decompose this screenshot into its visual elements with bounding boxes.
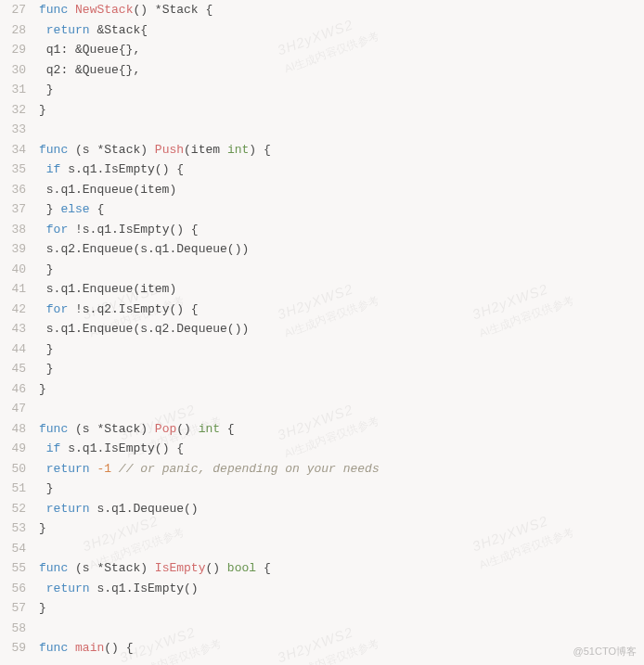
line-number: 56 xyxy=(0,579,26,599)
line-number: 30 xyxy=(0,60,26,81)
line-number: 53 xyxy=(0,518,26,539)
line-number: 37 xyxy=(0,199,26,220)
code-line xyxy=(39,120,644,140)
line-number: 31 xyxy=(0,80,26,100)
code-line: if s.q1.IsEmpty() { xyxy=(39,439,644,459)
line-number: 29 xyxy=(0,40,26,60)
line-number: 34 xyxy=(0,140,26,160)
line-number: 48 xyxy=(0,419,26,440)
code-content: func NewStack() *Stack { return &Stack{ … xyxy=(35,0,644,665)
code-line: func NewStack() *Stack { xyxy=(39,0,644,20)
code-line: return s.q1.Dequeue() xyxy=(39,499,644,519)
code-line: } xyxy=(39,339,644,360)
line-number: 46 xyxy=(0,379,26,400)
code-line: q1: &Queue{}, xyxy=(39,40,644,60)
code-block: 2728293031323334353637383940414243444546… xyxy=(0,0,644,665)
line-number: 32 xyxy=(0,100,26,121)
code-line: } xyxy=(39,479,644,499)
line-number: 54 xyxy=(0,539,26,559)
line-number-gutter: 2728293031323334353637383940414243444546… xyxy=(0,0,35,665)
line-number: 40 xyxy=(0,260,26,280)
line-number: 38 xyxy=(0,220,26,240)
line-number: 43 xyxy=(0,319,26,339)
line-number: 35 xyxy=(0,160,26,180)
code-line: func (s *Stack) Push(item int) { xyxy=(39,140,644,160)
line-number: 47 xyxy=(0,399,26,419)
code-line: } xyxy=(39,518,644,539)
line-number: 52 xyxy=(0,499,26,519)
credit-label: @51CTO博客 xyxy=(573,642,637,662)
line-number: 51 xyxy=(0,479,26,499)
code-line: } xyxy=(39,260,644,280)
code-line: s.q2.Enqueue(s.q1.Dequeue()) xyxy=(39,239,644,260)
code-line: for !s.q1.IsEmpty() { xyxy=(39,220,644,240)
code-line: for !s.q2.IsEmpty() { xyxy=(39,300,644,320)
line-number: 58 xyxy=(0,619,26,639)
code-line: if s.q1.IsEmpty() { xyxy=(39,160,644,180)
code-line: return s.q1.IsEmpty() xyxy=(39,579,644,599)
code-line: } xyxy=(39,359,644,379)
line-number: 45 xyxy=(0,359,26,379)
line-number: 44 xyxy=(0,339,26,360)
code-line: func (s *Stack) Pop() int { xyxy=(39,419,644,440)
line-number: 28 xyxy=(0,20,26,41)
code-line xyxy=(39,539,644,559)
code-line: } xyxy=(39,80,644,100)
line-number: 27 xyxy=(0,0,26,20)
line-number: 49 xyxy=(0,439,26,459)
line-number: 50 xyxy=(0,459,26,480)
code-line xyxy=(39,399,644,419)
code-line: q2: &Queue{}, xyxy=(39,60,644,81)
code-line: } xyxy=(39,100,644,121)
code-line: func main() { xyxy=(39,638,644,659)
line-number: 39 xyxy=(0,239,26,260)
code-line: return -1 // or panic, depending on your… xyxy=(39,459,644,480)
code-line: s.q1.Enqueue(s.q2.Dequeue()) xyxy=(39,319,644,339)
code-line: } else { xyxy=(39,199,644,220)
line-number: 33 xyxy=(0,120,26,140)
code-line: s.q1.Enqueue(item) xyxy=(39,279,644,300)
code-line: } xyxy=(39,598,644,619)
code-line: func (s *Stack) IsEmpty() bool { xyxy=(39,558,644,579)
code-line xyxy=(39,619,644,639)
line-number: 36 xyxy=(0,180,26,200)
line-number: 42 xyxy=(0,300,26,320)
line-number: 55 xyxy=(0,558,26,579)
code-line: return &Stack{ xyxy=(39,20,644,41)
code-line: } xyxy=(39,379,644,400)
line-number: 57 xyxy=(0,598,26,619)
line-number: 59 xyxy=(0,638,26,659)
line-number: 41 xyxy=(0,279,26,300)
code-line: s.q1.Enqueue(item) xyxy=(39,180,644,200)
